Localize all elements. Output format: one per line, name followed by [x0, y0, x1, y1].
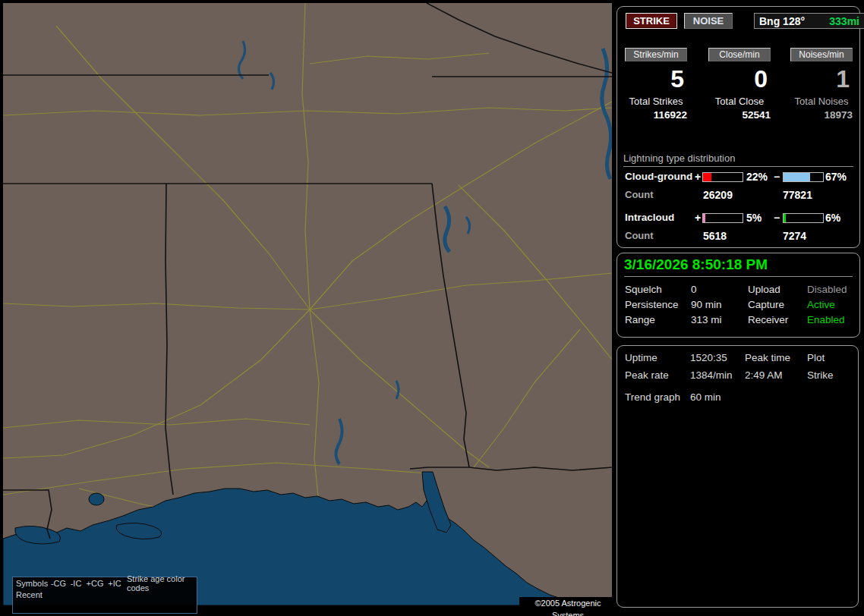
- count-label: Count: [625, 230, 654, 241]
- rate-value: 5: [625, 66, 687, 92]
- plus-sign: +: [693, 212, 702, 224]
- legend-type-ncg: -CG: [49, 579, 68, 588]
- total-value: 18973: [790, 109, 853, 121]
- minus-percentage-bar: [783, 213, 824, 223]
- minus-sign: −: [772, 171, 781, 183]
- status-row: Squelch0UploadDisabled: [617, 284, 859, 299]
- copyright-label: ©2005 Astrogenic Systems: [519, 597, 616, 609]
- distribution-count-row: Count2620977821: [617, 189, 859, 201]
- lightning-map: [3, 3, 612, 605]
- total-label: Total Close: [708, 96, 771, 107]
- distribution-type-label: Intracloud: [625, 212, 674, 223]
- minus-count: 77821: [783, 189, 812, 201]
- stats-cell: Peak rate: [625, 369, 669, 381]
- legend-type-pcg: +CG: [84, 579, 106, 588]
- minus-count: 7274: [783, 230, 806, 242]
- trend-graph: [618, 402, 857, 604]
- distribution-row: Cloud-ground+22%−67%: [617, 171, 859, 183]
- status-label: Range: [625, 314, 655, 325]
- total-value: 116922: [625, 109, 687, 121]
- bar-fill: [703, 214, 705, 222]
- bearing-range: 333mi: [829, 15, 859, 27]
- legend-symbols-label: Symbols: [16, 579, 49, 588]
- plus-percentage: 5%: [746, 212, 762, 224]
- distribution-type-label: Cloud-ground: [625, 171, 692, 182]
- total-label: Total Noises: [790, 96, 853, 107]
- stats-cell: Uptime: [625, 352, 657, 363]
- status-label: Upload: [748, 284, 780, 295]
- stats-cell: 2:49 AM: [745, 369, 783, 381]
- strike-button[interactable]: STRIKE: [626, 13, 677, 29]
- datetime-display: 3/16/2026 8:50:18 PM: [624, 256, 853, 277]
- rate-value: 1: [790, 66, 853, 92]
- status-label: Squelch: [625, 284, 662, 295]
- status-value: Active: [807, 299, 835, 310]
- noise-button[interactable]: NOISE: [684, 13, 733, 29]
- stats-cell: Peak time: [745, 352, 790, 363]
- rate-columns: Strikes/min5Total Strikes116922Close/min…: [617, 48, 859, 146]
- distribution-row: Intracloud+5%−6%: [617, 212, 859, 224]
- distribution-title: Lightning type distribution: [623, 152, 853, 167]
- status-value: Enabled: [807, 314, 845, 325]
- rate-column: Strikes/min5Total Strikes116922: [625, 48, 687, 121]
- minus-percentage: 6%: [825, 212, 840, 224]
- bearing-label: Bng 128°: [759, 15, 805, 27]
- rate-column: Noises/min1Total Noises18973: [790, 48, 853, 121]
- stats-row: Uptime1520:35Peak timePlot: [617, 352, 858, 369]
- status-panel: 3/16/2026 8:50:18 PM Squelch0UploadDisab…: [616, 253, 860, 338]
- legend-age-header: Strike age color codes: [124, 574, 197, 592]
- status-label: Persistence: [625, 299, 679, 310]
- map-canvas[interactable]: Symbols -CG -IC +CG +IC Strike age color…: [3, 3, 612, 605]
- bar-fill: [703, 173, 711, 181]
- minus-percentage: 67%: [825, 171, 847, 183]
- total-value: 52541: [708, 109, 771, 121]
- legend-type-nic: -IC: [68, 579, 84, 588]
- bearing-readout: Bng 128° 333mi: [754, 13, 864, 29]
- app-window: { "header": { "strike_button": "STRIKE",…: [0, 0, 864, 616]
- trend-graph-value: 60 min: [690, 391, 721, 403]
- noises-min-button[interactable]: Noises/min: [790, 48, 853, 61]
- strikes-min-button[interactable]: Strikes/min: [625, 48, 687, 61]
- bar-fill: [784, 173, 810, 181]
- status-value: 90 min: [691, 299, 722, 310]
- plus-percentage-bar: [702, 213, 743, 223]
- minus-percentage-bar: [783, 172, 824, 182]
- plus-sign: +: [693, 171, 702, 183]
- distribution-count-row: Count56187274: [617, 230, 859, 242]
- minus-sign: −: [772, 212, 781, 224]
- status-value: Disabled: [807, 284, 847, 295]
- rate-column: Close/min0Total Close52541: [708, 48, 771, 121]
- stats-cell: 1384/min: [690, 369, 733, 381]
- status-value: 313 mi: [691, 314, 722, 325]
- legend-header-row: Symbols -CG -IC +CG +IC Strike age color…: [13, 577, 197, 589]
- plus-percentage: 22%: [746, 171, 768, 183]
- stats-cell: Strike: [807, 369, 834, 381]
- count-label: Count: [625, 189, 654, 200]
- status-row: Range313 miReceiverEnabled: [617, 314, 859, 329]
- legend-age-label: Recent: [16, 590, 49, 599]
- status-value: 0: [691, 284, 697, 295]
- plus-percentage-bar: [702, 172, 743, 182]
- trend-panel: Uptime1520:35Peak timePlotPeak rate1384/…: [616, 345, 859, 608]
- stats-row: Peak rate1384/min2:49 AMStrike: [617, 369, 858, 386]
- plus-count: 5618: [703, 230, 727, 242]
- status-label: Receiver: [748, 314, 788, 325]
- plus-count: 26209: [703, 189, 733, 201]
- legend-type-pic: +IC: [106, 579, 124, 588]
- status-label: Capture: [748, 299, 784, 310]
- bar-fill: [784, 214, 786, 222]
- legend-old-row: [13, 600, 197, 611]
- stats-cell: Plot: [807, 352, 825, 363]
- rate-value: 0: [708, 66, 771, 92]
- map-legend: Symbols -CG -IC +CG +IC Strike age color…: [12, 577, 197, 614]
- trend-graph-label: Trend graph: [625, 391, 680, 403]
- status-row: Persistence90 minCaptureActive: [617, 299, 859, 314]
- close-min-button[interactable]: Close/min: [708, 48, 771, 61]
- strike-stats-panel: STRIKE NOISE Bng 128° 333mi Strikes/min5…: [616, 6, 860, 248]
- stats-cell: 1520:35: [690, 352, 727, 363]
- total-label: Total Strikes: [625, 96, 687, 107]
